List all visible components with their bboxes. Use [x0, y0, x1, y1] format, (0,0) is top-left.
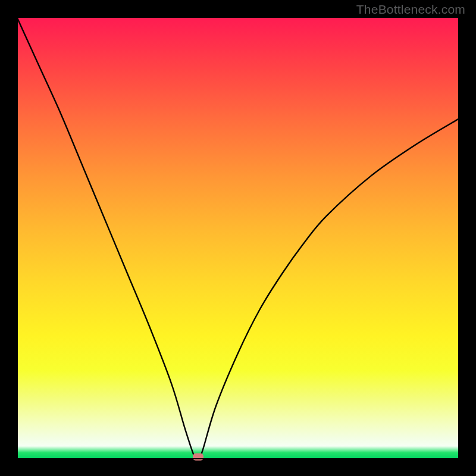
bottleneck-curve	[17, 17, 459, 459]
optimal-point-marker	[193, 453, 203, 461]
watermark-text: TheBottleneck.com	[356, 2, 465, 17]
curve-layer	[17, 17, 459, 459]
chart-stage: TheBottleneck.com	[0, 0, 476, 476]
